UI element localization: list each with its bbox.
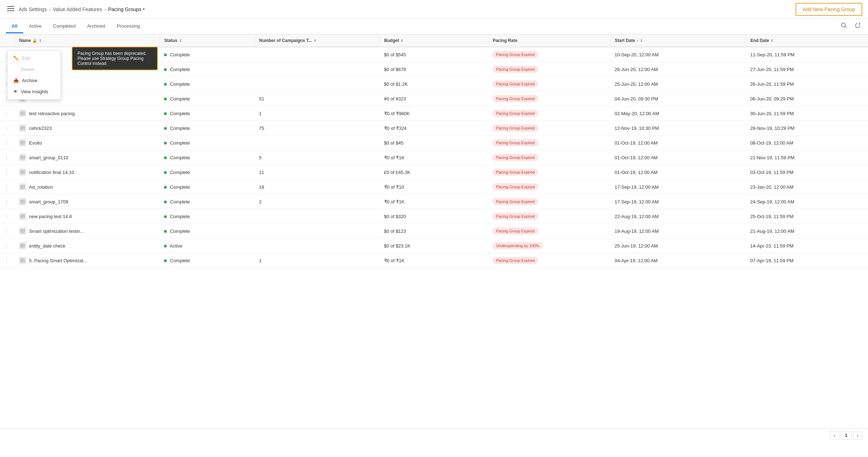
table-container: Name 🔒 ⇕ Status ⇕ Number of Campaigns T.… — [0, 34, 868, 428]
pacing-badge-0: Pacing Group Expired — [492, 51, 538, 58]
pacing-badge-8: Pacing Group Expired — [492, 169, 538, 176]
pagination-prev[interactable]: ‹ — [830, 431, 839, 440]
cell-campaigns-0 — [255, 47, 380, 62]
drag-handle-10[interactable]: ⋮ — [4, 199, 10, 204]
cell-budget-7: ₹0 of ₹1K — [380, 150, 489, 165]
context-edit[interactable]: ✏️ Edit — [8, 53, 61, 64]
status-dot-3 — [164, 98, 167, 100]
cell-drag-6: ⋮ — [0, 136, 15, 150]
th-start-sort[interactable]: ⇕ — [640, 39, 643, 43]
pacing-badge-13: Underspending by 100% — [492, 242, 543, 249]
th-start-date[interactable]: Start Date ↑ ⇕ — [610, 34, 746, 47]
cell-campaigns-9: 18 — [255, 180, 380, 194]
context-insights-label: View Insights — [21, 89, 48, 94]
hamburger-icon[interactable] — [6, 4, 16, 15]
eye-icon: 👁 — [13, 89, 18, 94]
drag-handle-9[interactable]: ⋮ — [4, 184, 10, 190]
th-end-sort[interactable]: ⇕ — [770, 39, 773, 43]
drag-handle-4[interactable]: ⋮ — [4, 111, 10, 116]
cell-start-date-4: 02-May-20, 12:00 AM — [610, 106, 746, 121]
cell-drag-4: ⋮ — [0, 106, 15, 121]
row-icon-5 — [19, 124, 26, 132]
table-row: ⋮ smart_group_1709 Complete 2 ₹0 of ₹1K … — [0, 194, 868, 209]
th-name[interactable]: Name 🔒 ⇕ — [15, 34, 160, 47]
cell-name-text-12: Smart optimization testin... — [29, 228, 84, 234]
cell-status-0: Complete — [160, 47, 255, 62]
svg-rect-47 — [21, 259, 24, 262]
row-icon-9 — [19, 183, 26, 190]
cell-status-6: Complete — [160, 136, 255, 150]
th-end-date[interactable]: End Date ⇕ — [746, 34, 868, 47]
cell-name-text-13: entity_date check — [29, 243, 65, 249]
row-icon-13 — [19, 242, 26, 249]
context-view-insights[interactable]: 👁 View Insights — [8, 86, 61, 97]
pacing-badge-10: Pacing Group Expired — [492, 198, 538, 205]
breadcrumb-ads-settings[interactable]: Ads Settings — [19, 6, 47, 12]
cell-drag-7: ⋮ — [0, 150, 15, 165]
cell-name-4: test retroactive pacing — [15, 106, 160, 121]
status-text-13: Active — [170, 243, 182, 249]
th-budget-sort[interactable]: ⇕ — [400, 39, 403, 43]
breadcrumb-value-added[interactable]: Value Added Features — [53, 6, 102, 12]
th-name-sort[interactable]: ⇕ — [39, 39, 42, 43]
cell-name-7: smart_group_0110 — [15, 150, 160, 165]
add-new-pacing-group-button[interactable]: Add New Pacing Group — [796, 3, 862, 16]
cell-pacing-rate-5: Pacing Group Expired — [488, 121, 610, 136]
refresh-button[interactable] — [853, 21, 862, 32]
th-end-label: End Date — [750, 38, 769, 43]
drag-handle-8[interactable]: ⋮ — [4, 170, 10, 175]
cell-drag-14: ⋮ — [0, 253, 15, 268]
tab-archived[interactable]: Archived — [81, 20, 111, 33]
breadcrumb-dropdown-icon[interactable]: ▾ — [143, 7, 145, 11]
cell-name-text-8: notification final 14.10 — [29, 170, 74, 175]
cell-budget-11: $0 of $320 — [380, 209, 489, 224]
th-budget[interactable]: Budget ⇕ — [380, 34, 489, 47]
context-delete[interactable]: Delete — [8, 64, 61, 75]
drag-handle-11[interactable]: ⋮ — [4, 214, 10, 219]
th-campaigns-sort[interactable]: ⇕ — [313, 39, 316, 43]
cell-campaigns-14: 1 — [255, 253, 380, 268]
cell-name-10: smart_group_1709 — [15, 194, 160, 209]
pagination-next[interactable]: › — [853, 431, 862, 440]
table-row: ⋮ Complete 51 ¥0 of ¥323 Pacing Group Ex… — [0, 91, 868, 106]
table-row: ⋮ smart_group_0110 Complete 5 ₹0 of ₹1K … — [0, 150, 868, 165]
tab-processing[interactable]: Processing — [111, 20, 145, 33]
cell-name-text-5: cehck2323 — [29, 126, 52, 131]
tab-all[interactable]: All — [6, 20, 23, 33]
cell-campaigns-3: 51 — [255, 91, 380, 106]
status-dot-11 — [164, 215, 167, 218]
drag-handle-13[interactable]: ⋮ — [4, 243, 10, 249]
table-row: ⋮ 5. Pacing Smart Optimizat... Complete … — [0, 253, 868, 268]
th-campaigns[interactable]: Number of Campaigns T... ⇕ — [255, 34, 380, 47]
status-text-9: Complete — [170, 184, 190, 190]
status-dot-2 — [164, 83, 167, 86]
tab-active[interactable]: Active — [23, 20, 47, 33]
search-button[interactable] — [839, 21, 849, 32]
table-row: ⋮ Evolto Complete $0 of $45 Pacing Group — [0, 136, 868, 150]
pacing-badge-9: Pacing Group Expired — [492, 183, 538, 190]
drag-handle-14[interactable]: ⋮ — [4, 258, 10, 263]
tab-completed[interactable]: Completed — [47, 20, 81, 33]
status-dot-7 — [164, 156, 167, 159]
cell-budget-3: ¥0 of ¥323 — [380, 91, 489, 106]
status-dot-10 — [164, 201, 167, 203]
table-row: ⋮ Smart optimization testin... Complete … — [0, 224, 868, 239]
svg-rect-41 — [21, 230, 24, 232]
context-archive[interactable]: 📥 Archive — [8, 75, 61, 86]
drag-handle-5[interactable]: ⋮ — [4, 126, 10, 131]
breadcrumb-sep-1: › — [49, 6, 51, 12]
cell-campaigns-12 — [255, 224, 380, 239]
cell-drag-9: ⋮ — [0, 180, 15, 194]
svg-rect-26 — [21, 156, 24, 159]
cell-drag-13: ⋮ — [0, 239, 15, 253]
th-status-sort[interactable]: ⇕ — [179, 39, 182, 43]
th-budget-label: Budget — [384, 38, 399, 43]
th-status[interactable]: Status ⇕ — [160, 34, 255, 47]
drag-handle-12[interactable]: ⋮ — [4, 228, 10, 234]
cell-end-date-4: 30-Jun-20, 11:59 PM — [746, 106, 868, 121]
pagination-current[interactable]: 1 — [841, 431, 851, 440]
drag-handle-7[interactable]: ⋮ — [4, 155, 10, 160]
cell-end-date-10: 24-Sep-19, 12:00 AM — [746, 194, 868, 209]
drag-handle-6[interactable]: ⋮ — [4, 140, 10, 146]
row-icon-11 — [19, 213, 26, 220]
